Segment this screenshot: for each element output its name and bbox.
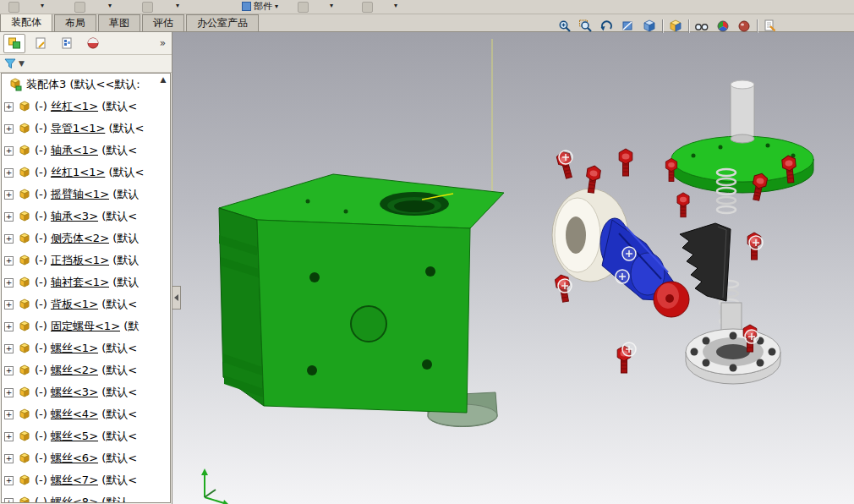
expand-icon[interactable]: +	[4, 366, 14, 375]
hide-show-items-icon[interactable]	[693, 18, 710, 35]
tree-item[interactable]: + (-) 螺丝<3> (默认<	[2, 381, 170, 403]
edit-appearance-icon[interactable]	[714, 18, 731, 35]
model-shaft[interactable]	[600, 218, 689, 317]
tree-root-item[interactable]: 装配体3 (默认<<默认:	[2, 74, 170, 96]
tree-item[interactable]: + (-) 轴承<3> (默认<	[2, 205, 170, 227]
mate-marker-icon[interactable]	[745, 330, 758, 343]
panel-collapse-handle[interactable]	[172, 286, 181, 310]
tree-item[interactable]: + (-) 侧壳体<2> (默认	[2, 227, 170, 249]
expand-icon[interactable]: +	[4, 168, 14, 178]
apply-scene-icon[interactable]	[736, 18, 753, 35]
expand-icon[interactable]: +	[4, 322, 14, 331]
section-view-icon[interactable]	[620, 18, 637, 35]
part-icon	[18, 408, 31, 421]
view-settings-icon[interactable]	[762, 18, 779, 35]
expand-icon[interactable]: +	[4, 146, 14, 156]
zoom-fit-icon[interactable]	[578, 18, 594, 35]
tree-item-label: (-) 丝杠1<1> (默认<	[35, 165, 144, 180]
toolbar-dropdown-icon[interactable]: ▾	[394, 2, 397, 9]
expand-icon[interactable]: +	[4, 102, 14, 112]
tree-item[interactable]: + (-) 导管1<1> (默认<	[2, 118, 170, 140]
tree-item[interactable]: + (-) 丝杠1<1> (默认<	[2, 162, 170, 184]
toolbar-dropdown-icon[interactable]: ▾	[330, 2, 333, 9]
part-icon	[18, 452, 31, 465]
graphics-viewport[interactable]	[172, 32, 854, 504]
tree-item[interactable]: + (-) 螺丝<8> (默认	[2, 491, 170, 503]
tree-scroll-up[interactable]: ▲	[158, 74, 168, 85]
tree-item[interactable]: + (-) 螺丝<7> (默认<	[2, 469, 170, 491]
toolbar-icon[interactable]	[8, 2, 19, 13]
expand-icon[interactable]: +	[4, 454, 14, 463]
displaymanager-tab[interactable]	[82, 34, 104, 53]
expand-icon[interactable]: +	[4, 498, 14, 504]
propertymanager-tab[interactable]	[30, 34, 52, 53]
model-gear-rack[interactable]	[680, 223, 731, 301]
toolbar-icon[interactable]	[362, 2, 373, 13]
previous-view-icon[interactable]	[599, 18, 616, 35]
model-gearbox-housing[interactable]	[219, 174, 504, 427]
expand-icon[interactable]: +	[4, 124, 14, 134]
tree-item[interactable]: + (-) 螺丝<6> (默认<	[2, 447, 170, 469]
tree-item[interactable]: + (-) 丝杠<1> (默认<	[2, 96, 170, 118]
featuremanager-tree-tab[interactable]	[3, 34, 25, 53]
mate-marker-icon[interactable]	[559, 151, 572, 164]
expand-icon[interactable]: +	[4, 344, 14, 353]
mate-marker-icon[interactable]	[616, 270, 629, 283]
tree-item[interactable]: + (-) 螺丝<2> (默认<	[2, 359, 170, 381]
toolbar-icon[interactable]	[298, 2, 309, 13]
view-orientation-icon[interactable]	[641, 18, 658, 35]
expand-icon[interactable]: +	[4, 212, 14, 222]
model-bearing[interactable]	[686, 303, 780, 384]
tab-sketch[interactable]: 草图	[98, 14, 140, 31]
toolbar-icon[interactable]	[142, 2, 153, 13]
tree-item[interactable]: + (-) 固定螺母<1> (默	[2, 315, 170, 337]
tab-layout[interactable]: 布局	[54, 14, 96, 31]
scene-3d[interactable]	[172, 32, 854, 504]
expand-icon[interactable]: +	[4, 234, 14, 244]
toolbar-dropdown-icon[interactable]: ▾	[41, 2, 44, 9]
mate-marker-icon[interactable]	[622, 247, 636, 260]
expand-icon[interactable]: +	[4, 476, 14, 485]
part-icon	[18, 364, 31, 377]
filter-funnel-icon[interactable]	[3, 57, 17, 70]
tree-item[interactable]: + (-) 螺丝<5> (默认<	[2, 425, 170, 447]
tab-office-products[interactable]: 办公室产品	[186, 14, 259, 31]
feature-tree[interactable]: 装配体3 (默认<<默认: + (-) 丝杠<1> (默认< + (-) 导管1…	[1, 73, 171, 503]
filter-bar: ▼	[0, 55, 172, 73]
expand-icon[interactable]: +	[4, 256, 14, 266]
mate-marker-icon[interactable]	[558, 279, 572, 293]
configurationmanager-tab[interactable]	[56, 34, 78, 53]
toolbar-dropdown-icon[interactable]: ▾	[176, 2, 179, 9]
model-bolt[interactable]	[677, 193, 689, 217]
mate-marker-icon[interactable]	[749, 236, 763, 249]
tree-item[interactable]: + (-) 摇臂轴<1> (默认	[2, 184, 170, 205]
display-style-icon[interactable]	[667, 18, 684, 35]
expand-icon[interactable]: +	[4, 300, 14, 310]
toolbar-separator	[757, 19, 758, 33]
tree-item[interactable]: + (-) 背板<1> (默认<	[2, 293, 170, 315]
expand-icon[interactable]: +	[4, 432, 14, 441]
toolbar-dropdown-icon[interactable]: ▾	[108, 2, 112, 9]
tree-item[interactable]: + (-) 螺丝<4> (默认<	[2, 403, 170, 425]
expand-icon[interactable]: +	[4, 388, 14, 397]
tree-item[interactable]: + (-) 轴承<1> (默认<	[2, 140, 170, 162]
expand-icon[interactable]: +	[4, 278, 14, 288]
tree-item[interactable]: + (-) 螺丝<1> (默认<	[2, 337, 170, 359]
tree-item[interactable]: + (-) 轴衬套<1> (默认	[2, 271, 170, 293]
expand-icon[interactable]: +	[4, 410, 14, 419]
part-icon	[18, 210, 31, 223]
part-toolbar-button[interactable]: 部件 ▾	[242, 0, 278, 13]
model-bolt[interactable]	[619, 149, 632, 176]
tab-assembly[interactable]: 装配体	[0, 13, 52, 31]
model-exploded-assembly[interactable]	[552, 80, 813, 384]
expand-icon[interactable]: +	[4, 190, 14, 200]
mate-marker-icon[interactable]	[622, 342, 636, 356]
tree-item[interactable]: + (-) 正挡板<1> (默认	[2, 249, 170, 271]
zoom-in-out-icon[interactable]	[556, 18, 573, 35]
filter-dropdown-icon[interactable]: ▼	[19, 59, 25, 68]
tab-evaluate[interactable]: 评估	[142, 14, 184, 31]
toolbar-icon[interactable]	[74, 2, 85, 13]
tree-item-label: (-) 丝杠<1> (默认<	[35, 99, 137, 114]
panel-tab-overflow-button[interactable]: »	[160, 37, 168, 49]
tree-item-label: (-) 背板<1> (默认<	[35, 297, 137, 312]
